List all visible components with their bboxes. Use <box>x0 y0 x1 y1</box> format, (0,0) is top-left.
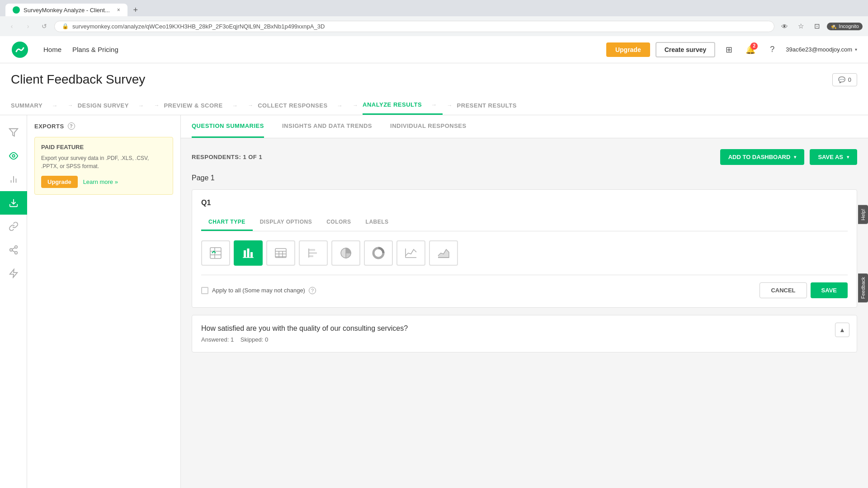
tab-question-summaries[interactable]: QUESTION SUMMARIES <box>192 115 264 138</box>
apps-icon[interactable]: ⊞ <box>721 42 737 58</box>
sidebar-upgrade-btn[interactable]: Upgrade <box>41 176 78 188</box>
svg-rect-19 <box>250 252 253 258</box>
paid-feature-box: PAID FEATURE Export your survey data in … <box>34 137 173 195</box>
survey-title: Client Feedback Survey <box>11 72 145 87</box>
save-as-btn[interactable]: SAVE AS ▾ <box>810 149 857 165</box>
exports-help-icon[interactable]: ? <box>68 122 75 130</box>
help-btn[interactable]: ? <box>764 42 780 58</box>
tab-title: SurveyMonkey Analyze - Client... <box>24 7 110 14</box>
tab-favicon <box>13 6 20 14</box>
filter-nav-item[interactable] <box>0 121 27 144</box>
chart-tab-labels[interactable]: LABELS <box>359 214 396 231</box>
logo[interactable] <box>11 41 29 59</box>
refresh-btn[interactable]: ↺ <box>38 20 51 33</box>
new-tab-btn[interactable]: + <box>129 4 142 16</box>
apply-all-help-icon[interactable]: ? <box>309 287 316 294</box>
chart-icon-data-table[interactable] <box>201 240 230 266</box>
feedback-tab[interactable]: Feedback <box>858 273 868 302</box>
chart-icon-donut[interactable] <box>364 240 393 266</box>
svg-marker-12 <box>9 269 17 277</box>
arrow-1: → <box>68 102 73 108</box>
link-nav-item[interactable] <box>0 215 27 238</box>
chart-icon-bar-vert[interactable] <box>234 240 263 266</box>
tab-present[interactable]: PRESENT RESULTS <box>457 97 517 114</box>
browser-controls: ‹ › ↺ 🔒 surveymonkey.com/analyze/qWCeo19… <box>0 16 868 36</box>
analysis-tabs: QUESTION SUMMARIES INSIGHTS AND DATA TRE… <box>181 115 868 138</box>
page-wrapper: Client Feedback Survey 💬 0 SUMMARY → DES… <box>0 63 868 488</box>
svg-point-9 <box>14 252 17 254</box>
profile-btn[interactable]: ⊡ <box>811 20 823 33</box>
svg-rect-28 <box>309 252 317 254</box>
forward-btn[interactable]: › <box>22 20 34 33</box>
question-card: Q1 CHART TYPE DISPLAY OPTIONS COLORS LAB… <box>192 189 857 308</box>
chart-tab-type[interactable]: CHART TYPE <box>201 214 253 231</box>
save-btn[interactable]: SAVE <box>811 282 848 298</box>
eye-btn[interactable]: 👁 <box>778 20 791 33</box>
card-footer: Apply to all (Some may not change) ? CAN… <box>201 275 848 298</box>
apply-all-section: Apply to all (Some may not change) ? <box>201 287 316 294</box>
user-email: 39ac6e23@moodjoy.com <box>786 46 852 53</box>
respondents-text: RESPONDENTS: 1 of 1 <box>192 154 262 160</box>
chart-icon-pie[interactable] <box>331 240 360 266</box>
chart-tabs: CHART TYPE DISPLAY OPTIONS COLORS LABELS <box>201 214 848 231</box>
chart-tab-colors[interactable]: COLORS <box>319 214 358 231</box>
svg-line-10 <box>12 250 14 252</box>
tab-individual[interactable]: INDIVIDUAL RESPONSES <box>390 115 467 138</box>
paid-feature-title: PAID FEATURE <box>41 144 166 150</box>
header-actions: Upgrade Create survey ⊞ 🔔 2 ? 39ac6e23@m… <box>606 42 857 58</box>
create-survey-btn[interactable]: Create survey <box>656 42 716 57</box>
question-text-area: How satisfied are you with the quality o… <box>192 315 857 352</box>
comments-btn[interactable]: 💬 0 <box>832 73 857 86</box>
add-to-dashboard-btn[interactable]: ADD TO DASHBOARD ▾ <box>720 149 805 165</box>
apply-all-checkbox[interactable] <box>201 287 208 294</box>
nav-home[interactable]: Home <box>43 46 61 53</box>
comment-icon: 💬 <box>838 76 845 83</box>
notifications-btn[interactable]: 🔔 2 <box>742 42 759 58</box>
app-header: Home Plans & Pricing Upgrade Create surv… <box>0 36 868 63</box>
browser-tabs: SurveyMonkey Analyze - Client... × + <box>5 4 863 16</box>
browser-action-btns: 👁 ☆ ⊡ 🕵 Incognito <box>778 20 863 33</box>
help-tab[interactable]: Help! <box>858 205 868 224</box>
incognito-badge: 🕵 Incognito <box>827 23 863 30</box>
content-area: QUESTION SUMMARIES INSIGHTS AND DATA TRE… <box>181 115 868 488</box>
lightning-nav-item[interactable] <box>0 262 27 285</box>
user-menu[interactable]: 39ac6e23@moodjoy.com ▾ <box>786 46 857 53</box>
address-bar[interactable]: 🔒 surveymonkey.com/analyze/qWCeo19KXH3HB… <box>54 21 774 32</box>
svg-line-11 <box>12 248 14 249</box>
arrow-5: → <box>447 102 453 108</box>
learn-more-link[interactable]: Learn more » <box>83 178 118 185</box>
scroll-up-btn[interactable]: ▲ <box>835 323 849 337</box>
survey-header: Client Feedback Survey 💬 0 SUMMARY → DES… <box>0 63 868 115</box>
cancel-btn[interactable]: CANCEL <box>760 282 807 298</box>
star-btn[interactable]: ☆ <box>794 20 807 33</box>
eye-nav-item[interactable] <box>0 144 27 168</box>
svg-rect-27 <box>309 249 315 251</box>
active-tab[interactable]: SurveyMonkey Analyze - Client... × <box>5 4 127 16</box>
arrow-2: → <box>154 102 159 108</box>
tab-close-btn[interactable]: × <box>117 7 120 13</box>
page-label: Page 1 <box>192 174 857 182</box>
share-nav-item[interactable] <box>0 238 27 262</box>
tab-summary[interactable]: SUMMARY <box>11 97 63 114</box>
svg-point-8 <box>9 249 12 251</box>
nav-plans[interactable]: Plans & Pricing <box>72 46 118 53</box>
tab-collect[interactable]: COLLECT RESPONSES <box>258 97 348 114</box>
tab-design[interactable]: DESIGN SURVEY <box>78 97 150 114</box>
svg-rect-29 <box>309 255 313 257</box>
back-btn[interactable]: ‹ <box>5 20 18 33</box>
chart-icons <box>201 240 848 266</box>
tab-analyze[interactable]: ANALYZE RESULTS <box>363 96 443 115</box>
upgrade-btn[interactable]: Upgrade <box>606 42 650 57</box>
content-inner: RESPONDENTS: 1 of 1 ADD TO DASHBOARD ▾ S… <box>181 138 868 363</box>
download-nav-item[interactable] <box>0 191 27 215</box>
chart-icon-line[interactable] <box>396 240 425 266</box>
chart-icon-bar-horiz[interactable] <box>299 240 328 266</box>
sidebar-main: EXPORTS ? PAID FEATURE Export your surve… <box>27 115 181 488</box>
chart-nav-item[interactable] <box>0 168 27 191</box>
tab-preview[interactable]: PREVIEW & SCORE <box>164 97 243 114</box>
chart-icon-table[interactable] <box>266 240 295 266</box>
notification-badge: 2 <box>750 42 758 50</box>
tab-insights[interactable]: INSIGHTS AND DATA TRENDS <box>282 115 372 138</box>
chart-icon-area[interactable] <box>429 240 458 266</box>
chart-tab-display[interactable]: DISPLAY OPTIONS <box>253 214 320 231</box>
